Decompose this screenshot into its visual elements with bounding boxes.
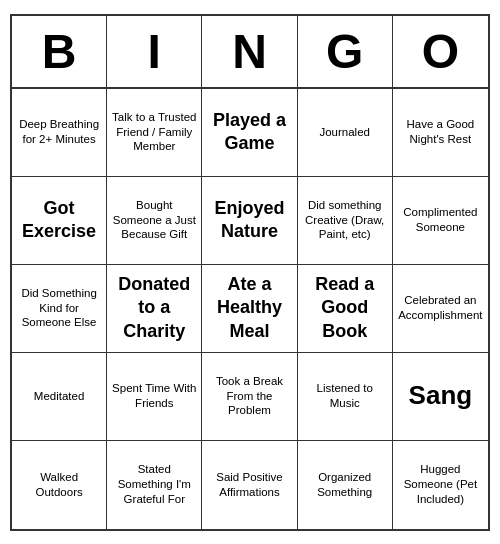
- bingo-cell-14[interactable]: Celebrated an Accomplishment: [393, 265, 488, 353]
- bingo-cell-12[interactable]: Ate a Healthy Meal: [202, 265, 297, 353]
- bingo-cell-17[interactable]: Took a Break From the Problem: [202, 353, 297, 441]
- bingo-cell-8[interactable]: Did something Creative (Draw, Paint, etc…: [298, 177, 393, 265]
- bingo-cell-24[interactable]: Hugged Someone (Pet Included): [393, 441, 488, 529]
- bingo-cell-18[interactable]: Listened to Music: [298, 353, 393, 441]
- bingo-cell-6[interactable]: Bought Someone a Just Because Gift: [107, 177, 202, 265]
- bingo-cell-13[interactable]: Read a Good Book: [298, 265, 393, 353]
- bingo-cell-11[interactable]: Donated to a Charity: [107, 265, 202, 353]
- bingo-letter-o: O: [393, 16, 488, 87]
- bingo-cell-5[interactable]: Got Exercise: [12, 177, 107, 265]
- bingo-cell-19[interactable]: Sang: [393, 353, 488, 441]
- bingo-cell-15[interactable]: Meditated: [12, 353, 107, 441]
- bingo-cell-21[interactable]: Stated Something I'm Grateful For: [107, 441, 202, 529]
- bingo-cell-9[interactable]: Complimented Someone: [393, 177, 488, 265]
- bingo-cell-20[interactable]: Walked Outdoors: [12, 441, 107, 529]
- bingo-cell-1[interactable]: Talk to a Trusted Friend / Family Member: [107, 89, 202, 177]
- bingo-cell-2[interactable]: Played a Game: [202, 89, 297, 177]
- bingo-cell-3[interactable]: Journaled: [298, 89, 393, 177]
- bingo-cell-4[interactable]: Have a Good Night's Rest: [393, 89, 488, 177]
- bingo-letter-b: B: [12, 16, 107, 87]
- bingo-cell-7[interactable]: Enjoyed Nature: [202, 177, 297, 265]
- bingo-letter-i: I: [107, 16, 202, 87]
- bingo-cell-16[interactable]: Spent Time With Friends: [107, 353, 202, 441]
- bingo-cell-10[interactable]: Did Something Kind for Someone Else: [12, 265, 107, 353]
- bingo-letter-n: N: [202, 16, 297, 87]
- bingo-cell-22[interactable]: Said Positive Affirmations: [202, 441, 297, 529]
- bingo-cell-0[interactable]: Deep Breathing for 2+ Minutes: [12, 89, 107, 177]
- bingo-grid: Deep Breathing for 2+ MinutesTalk to a T…: [12, 89, 488, 529]
- bingo-letter-g: G: [298, 16, 393, 87]
- bingo-card: BINGO Deep Breathing for 2+ MinutesTalk …: [10, 14, 490, 531]
- bingo-cell-23[interactable]: Organized Something: [298, 441, 393, 529]
- bingo-header: BINGO: [12, 16, 488, 89]
